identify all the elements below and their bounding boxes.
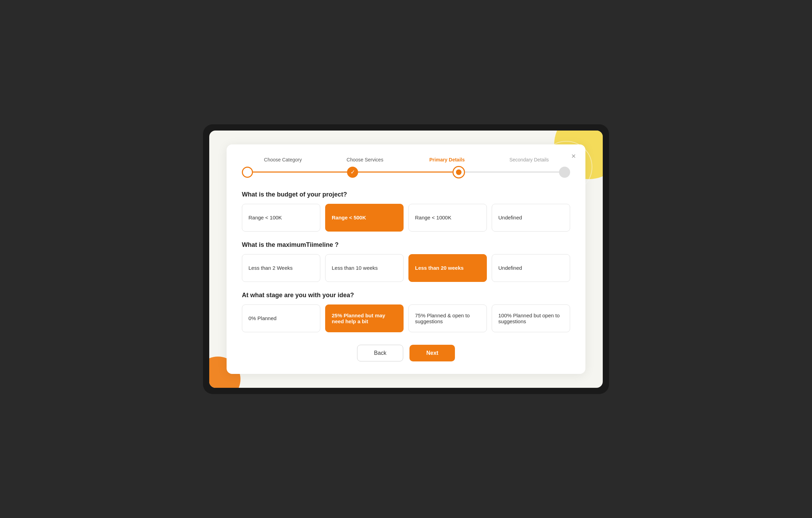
question-budget: What is the budget of your project? Rang…: [242, 191, 570, 232]
budget-option-0[interactable]: Range < 100K: [242, 204, 320, 232]
screen-wrapper: × Choose Category Choose Services Primar…: [203, 124, 609, 394]
stage-option-0[interactable]: 0% Planned: [242, 304, 320, 332]
budget-option-1[interactable]: Range < 500K: [325, 204, 404, 232]
timeline-option-1[interactable]: Less than 10 weeks: [325, 254, 404, 282]
stepper-track: ✓: [242, 166, 570, 178]
step-label-2: Primary Details: [406, 157, 488, 162]
stage-option-2[interactable]: 75% Planned & open to suggestions: [408, 304, 487, 332]
step-circle-2: [452, 166, 465, 178]
stepper-line-0: [253, 172, 347, 173]
step-label-0: Choose Category: [242, 157, 324, 162]
timeline-option-0[interactable]: Less than 2 Weeks: [242, 254, 320, 282]
budget-option-2[interactable]: Range < 1000K: [408, 204, 487, 232]
step-label-3: Secondary Details: [488, 157, 570, 162]
step-circle-1: ✓: [347, 167, 358, 178]
back-button[interactable]: Back: [357, 345, 404, 361]
stepper: Choose Category Choose Services Primary …: [242, 157, 570, 178]
close-button[interactable]: ×: [567, 150, 580, 162]
timeline-option-2[interactable]: Less than 20 weeks: [408, 254, 487, 282]
stage-option-1[interactable]: 25% Planned but may need help a bit: [325, 304, 404, 332]
question-timeline-title: What is the maximumTiimeline ?: [242, 241, 570, 249]
budget-options-grid: Range < 100K Range < 500K Range < 1000K …: [242, 204, 570, 232]
step-circle-0: [242, 167, 253, 178]
stage-options-grid: 0% Planned 25% Planned but may need help…: [242, 304, 570, 332]
question-budget-title: What is the budget of your project?: [242, 191, 570, 198]
step-label-1: Choose Services: [324, 157, 406, 162]
stepper-line-1: [358, 172, 452, 173]
stepper-line-2: [465, 172, 559, 173]
timeline-options-grid: Less than 2 Weeks Less than 10 weeks Les…: [242, 254, 570, 282]
next-button[interactable]: Next: [409, 345, 455, 361]
question-timeline: What is the maximumTiimeline ? Less than…: [242, 241, 570, 282]
stepper-labels: Choose Category Choose Services Primary …: [242, 157, 570, 162]
footer-buttons: Back Next: [242, 345, 570, 361]
question-stage-title: At what stage are you with your idea?: [242, 292, 570, 299]
modal-card: × Choose Category Choose Services Primar…: [227, 144, 585, 374]
step-circle-3: [559, 167, 570, 178]
question-stage: At what stage are you with your idea? 0%…: [242, 292, 570, 332]
stage-option-3[interactable]: 100% Planned but open to suggestions: [492, 304, 570, 332]
screen-inner: × Choose Category Choose Services Primar…: [209, 131, 603, 388]
timeline-option-3[interactable]: Undefined: [492, 254, 570, 282]
budget-option-3[interactable]: Undefined: [492, 204, 570, 232]
